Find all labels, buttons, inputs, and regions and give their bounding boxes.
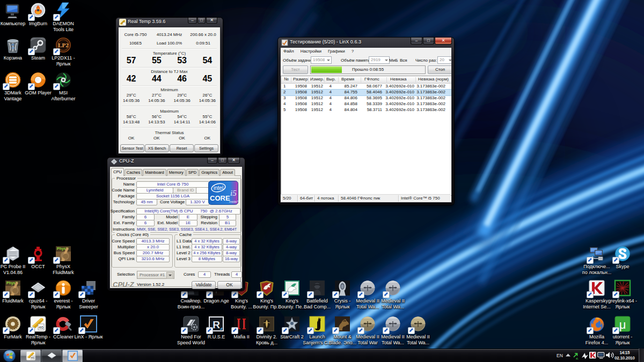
svg-text:μ: μ [619, 318, 626, 331]
svg-text:intel: intel [214, 185, 223, 191]
svg-text:CORE: CORE [210, 194, 230, 202]
svg-text:46: 46 [39, 325, 43, 330]
svg-text:46: 46 [31, 356, 34, 359]
svg-text:R: R [213, 319, 220, 330]
svg-text:inside™: inside™ [229, 200, 238, 203]
svg-text:LP2: LP2 [58, 42, 69, 48]
svg-text:02.10.2010: 02.10.2010 [614, 356, 634, 360]
svg-text:14:15: 14:15 [620, 350, 630, 355]
svg-text:EN: EN [557, 353, 563, 358]
svg-text:i5: i5 [230, 189, 237, 197]
